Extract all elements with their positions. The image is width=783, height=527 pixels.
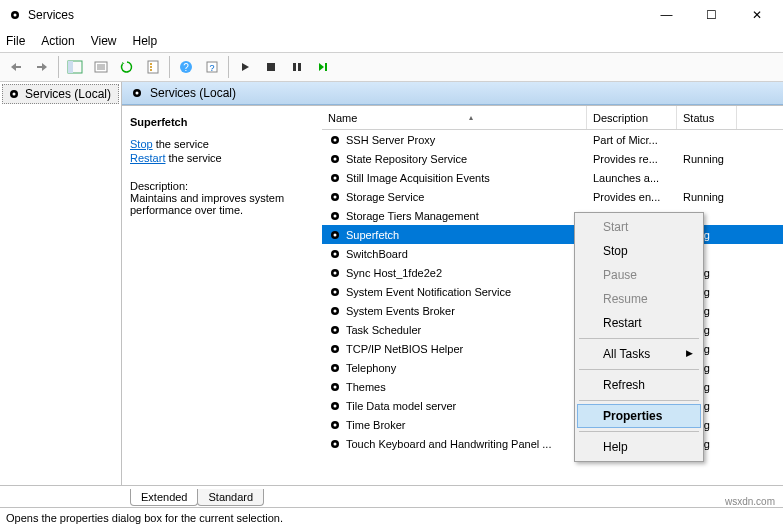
service-row[interactable]: System Event Notification Servicenning <box>322 282 783 301</box>
svg-point-11 <box>150 63 152 65</box>
menu-resume: Resume <box>577 287 701 311</box>
svg-rect-21 <box>325 63 327 71</box>
restart-link[interactable]: Restart <box>130 152 165 164</box>
watermark: wsxdn.com <box>725 496 775 507</box>
service-name: Telephony <box>346 362 396 374</box>
menu-pause: Pause <box>577 263 701 287</box>
service-name: Superfetch <box>346 229 399 241</box>
gear-icon <box>328 342 342 356</box>
service-name: Still Image Acquisition Events <box>346 172 490 184</box>
minimize-button[interactable]: — <box>644 1 689 29</box>
menubar: File Action View Help <box>0 30 783 52</box>
menu-stop[interactable]: Stop <box>577 239 701 263</box>
gear-icon <box>328 285 342 299</box>
tree-item-services-local[interactable]: Services (Local) <box>2 84 119 104</box>
service-row[interactable]: SwitchBoard <box>322 244 783 263</box>
menu-restart[interactable]: Restart <box>577 311 701 335</box>
toolbar: ? ? <box>0 52 783 82</box>
selected-service-name: Superfetch <box>130 116 312 128</box>
service-name: State Repository Service <box>346 153 467 165</box>
menu-properties[interactable]: Properties <box>577 404 701 428</box>
column-status[interactable]: Status <box>677 106 737 129</box>
service-row[interactable]: Touch Keyboard and Handwriting Panel ...… <box>322 434 783 453</box>
service-row[interactable]: Time Brokernning <box>322 415 783 434</box>
service-name: SwitchBoard <box>346 248 408 260</box>
menu-file[interactable]: File <box>6 34 25 48</box>
service-name: System Events Broker <box>346 305 455 317</box>
help-button[interactable]: ? <box>174 55 198 79</box>
service-name: SSH Server Proxy <box>346 134 435 146</box>
context-menu: StartStopPauseResumeRestart All Tasks▶ R… <box>574 212 704 462</box>
window-title: Services <box>28 8 644 22</box>
titlebar: Services — ☐ ✕ <box>0 0 783 30</box>
gear-icon <box>328 361 342 375</box>
submenu-arrow-icon: ▶ <box>686 348 693 358</box>
menu-action[interactable]: Action <box>41 34 74 48</box>
service-list[interactable]: Name▴ Description Status SSH Server Prox… <box>322 106 783 485</box>
back-button[interactable] <box>4 55 28 79</box>
service-status: Running <box>677 153 737 165</box>
list-header: Services (Local) <box>122 82 783 105</box>
service-row[interactable]: Superfetchnning <box>322 225 783 244</box>
service-row[interactable]: Telephonynning <box>322 358 783 377</box>
help2-button[interactable]: ? <box>200 55 224 79</box>
column-description[interactable]: Description <box>587 106 677 129</box>
service-description: Part of Micr... <box>587 134 677 146</box>
gear-icon <box>328 209 342 223</box>
export-list-button[interactable] <box>89 55 113 79</box>
service-name: Storage Service <box>346 191 424 203</box>
properties-button[interactable] <box>141 55 165 79</box>
menu-help[interactable]: Help <box>577 435 701 459</box>
description-text: Maintains and improves system performanc… <box>130 192 312 216</box>
gear-icon <box>328 190 342 204</box>
service-row[interactable]: TCP/IP NetBIOS Helpernning <box>322 339 783 358</box>
forward-button[interactable] <box>30 55 54 79</box>
tree-item-label: Services (Local) <box>25 87 111 101</box>
service-name: TCP/IP NetBIOS Helper <box>346 343 463 355</box>
pause-service-button[interactable] <box>285 55 309 79</box>
close-button[interactable]: ✕ <box>734 1 779 29</box>
tab-standard[interactable]: Standard <box>197 489 264 506</box>
service-name: Touch Keyboard and Handwriting Panel ... <box>346 438 551 450</box>
gear-icon <box>328 228 342 242</box>
service-row[interactable]: Task Schedulernning <box>322 320 783 339</box>
gear-icon <box>328 247 342 261</box>
service-row[interactable]: Tile Data model servernning <box>322 396 783 415</box>
service-row[interactable]: System Events Brokernning <box>322 301 783 320</box>
menu-all-tasks[interactable]: All Tasks▶ <box>577 342 701 366</box>
service-row[interactable]: SSH Server ProxyPart of Micr... <box>322 130 783 149</box>
service-name: Themes <box>346 381 386 393</box>
gear-icon <box>328 152 342 166</box>
stop-service-button[interactable] <box>259 55 283 79</box>
maximize-button[interactable]: ☐ <box>689 1 734 29</box>
svg-rect-3 <box>37 66 42 68</box>
menu-view[interactable]: View <box>91 34 117 48</box>
gear-icon <box>328 266 342 280</box>
gear-icon <box>328 380 342 394</box>
detail-pane: Superfetch Stop the service Restart the … <box>122 106 322 485</box>
gear-icon <box>328 437 342 451</box>
service-row[interactable]: Storage ServiceProvides en...Running <box>322 187 783 206</box>
menu-refresh[interactable]: Refresh <box>577 373 701 397</box>
svg-text:?: ? <box>183 62 189 73</box>
service-row[interactable]: Themesnning <box>322 377 783 396</box>
service-row[interactable]: Storage Tiers ManagementOptimizes t... <box>322 206 783 225</box>
gear-icon <box>130 86 144 100</box>
refresh-button[interactable] <box>115 55 139 79</box>
service-row[interactable]: State Repository ServiceProvides re...Ru… <box>322 149 783 168</box>
menu-help[interactable]: Help <box>133 34 158 48</box>
service-row[interactable]: Sync Host_1fde2e2nning <box>322 263 783 282</box>
column-name[interactable]: Name▴ <box>322 106 587 129</box>
svg-rect-10 <box>148 61 158 73</box>
service-row[interactable]: Still Image Acquisition EventsLaunches a… <box>322 168 783 187</box>
show-hide-tree-button[interactable] <box>63 55 87 79</box>
tree-pane: Services (Local) <box>0 82 122 485</box>
menu-start: Start <box>577 215 701 239</box>
gear-icon <box>328 323 342 337</box>
stop-link[interactable]: Stop <box>130 138 153 150</box>
restart-service-button[interactable] <box>311 55 335 79</box>
start-service-button[interactable] <box>233 55 257 79</box>
service-name: Task Scheduler <box>346 324 421 336</box>
tab-extended[interactable]: Extended <box>130 489 198 506</box>
view-tabs: Extended Standard <box>0 485 783 507</box>
